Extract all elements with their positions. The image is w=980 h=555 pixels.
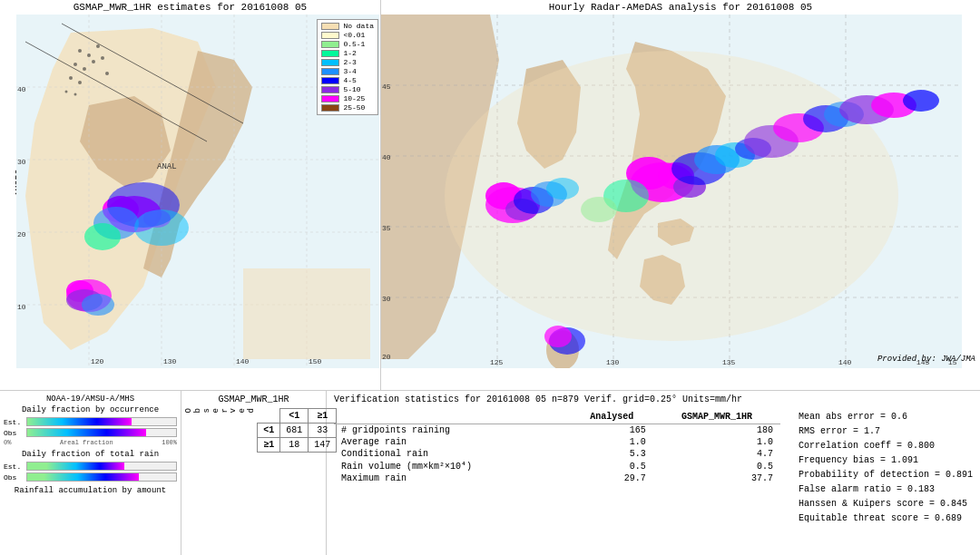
stat-gsmap: 4.7 bbox=[653, 448, 780, 460]
right-stat-item: Equitable threat score = 0.689 bbox=[799, 511, 973, 526]
stat-gsmap: 1.0 bbox=[653, 436, 780, 448]
svg-point-26 bbox=[74, 63, 77, 66]
svg-point-25 bbox=[96, 44, 100, 48]
svg-point-27 bbox=[83, 67, 86, 71]
right-stat-item: False alarm ratio = 0.183 bbox=[799, 482, 973, 497]
stats-table-wrapper: Analysed GSMAP_MWR_1HR # gridpoints rain… bbox=[334, 410, 780, 526]
legend-1-2: 1-2 bbox=[321, 49, 374, 57]
right-stat-item: Mean abs error = 0.6 bbox=[799, 410, 973, 424]
stat-analysed: 165 bbox=[571, 424, 653, 437]
obs-s: s bbox=[202, 408, 211, 413]
svg-text:40: 40 bbox=[17, 85, 26, 93]
svg-text:45: 45 bbox=[382, 83, 391, 91]
svg-point-31 bbox=[78, 81, 82, 84]
svg-point-18 bbox=[84, 223, 121, 250]
contingency-table: <1 ≥1 <1 681 33 ≥1 18 147 bbox=[257, 408, 337, 453]
svg-text:125: 125 bbox=[490, 358, 504, 366]
right-map-svg: 45 40 35 30 20 125 130 135 140 145 15 bbox=[381, 15, 962, 368]
val-ge1-lt1: 18 bbox=[280, 438, 309, 453]
svg-text:130: 130 bbox=[163, 357, 177, 365]
stats-row: Maximum rain 29.7 37.7 bbox=[334, 472, 780, 484]
obs-d: d bbox=[247, 408, 256, 413]
stats-row: Rain volume (mm×km²×10⁴) 0.5 0.5 bbox=[334, 460, 780, 472]
obs-bar-track-2 bbox=[26, 472, 177, 482]
contingency-table-wrapper: <1 ≥1 <1 681 33 ≥1 18 147 bbox=[257, 408, 337, 453]
legend-2-3: 2-3 bbox=[321, 58, 374, 66]
legend-3-4: 3-4 bbox=[321, 67, 374, 75]
est-bar-track-2 bbox=[26, 462, 177, 471]
stats-content: Analysed GSMAP_MWR_1HR # gridpoints rain… bbox=[334, 410, 973, 526]
axis-0: 0% bbox=[4, 439, 11, 446]
svg-text:20: 20 bbox=[382, 353, 391, 361]
contingency-area: O b s e r v e d <1 ≥1 bbox=[185, 408, 322, 453]
svg-text:10: 10 bbox=[17, 303, 26, 311]
stats-title: Verification statistics for 20161008 05 … bbox=[334, 394, 973, 404]
svg-text:30: 30 bbox=[382, 295, 391, 303]
obs-vertical-label: O b s e r v e d bbox=[185, 408, 257, 426]
bar-axis: 0% Areal fraction 100% bbox=[4, 439, 177, 446]
svg-point-24 bbox=[87, 54, 91, 57]
obs-label-bar: Obs bbox=[4, 429, 26, 437]
right-stat-item: Correlation coeff = 0.800 bbox=[799, 439, 973, 453]
right-stat-item: Probability of detection = 0.891 bbox=[799, 468, 973, 482]
svg-point-23 bbox=[78, 49, 82, 53]
legend-25-50: 25-50 bbox=[321, 103, 374, 112]
left-map-title: GSMAP_MWR_1HR estimates for 20161008 05 bbox=[0, 0, 380, 15]
svg-point-34 bbox=[74, 93, 77, 96]
svg-point-77 bbox=[903, 90, 939, 112]
svg-rect-46 bbox=[243, 268, 370, 359]
stats-table: Analysed GSMAP_MWR_1HR # gridpoints rain… bbox=[334, 410, 780, 484]
bar-title-3: Rainfall accumulation by amount bbox=[4, 486, 177, 495]
legend-4-5: 4-5 bbox=[321, 76, 374, 84]
provided-label: Provided by: JWA/JMA bbox=[877, 355, 975, 364]
svg-point-33 bbox=[65, 91, 68, 93]
est-bar-row: Est. bbox=[4, 416, 177, 427]
bar-section-1: Est. Obs 0% Areal fraction 100% bbox=[4, 416, 177, 446]
left-map-container: GSMAP_MWR_1HR estimates for 20161008 05 … bbox=[0, 0, 381, 390]
svg-text:30: 30 bbox=[17, 158, 26, 166]
svg-point-17 bbox=[134, 209, 189, 246]
right-stat-item: Frequency bias = 1.091 bbox=[799, 453, 973, 468]
svg-point-85 bbox=[544, 326, 572, 347]
stat-analysed: 1.0 bbox=[571, 436, 653, 448]
legend-5-10: 5-10 bbox=[321, 85, 374, 93]
svg-text:135: 135 bbox=[722, 358, 736, 366]
obs-e: e bbox=[211, 408, 220, 413]
obs-o: O bbox=[184, 408, 193, 413]
stats-row: # gridpoints raining 165 180 bbox=[334, 424, 780, 437]
axis-100: 100% bbox=[162, 439, 177, 446]
bar-title-2: Daily fraction of total rain bbox=[4, 450, 177, 459]
stats-row: Conditional rain 5.3 4.7 bbox=[334, 448, 780, 460]
stat-gsmap: 180 bbox=[653, 424, 780, 437]
axis-mid: Areal fraction bbox=[60, 439, 113, 446]
svg-text:20: 20 bbox=[17, 230, 26, 239]
obs-bar-track bbox=[26, 428, 177, 437]
svg-text:120: 120 bbox=[91, 357, 104, 365]
est-bar-fill bbox=[27, 418, 132, 425]
bottom-stats-section: Verification statistics for 20161008 05 … bbox=[327, 391, 980, 555]
obs-bar-fill bbox=[27, 429, 146, 436]
est-bar-fill-2 bbox=[27, 462, 124, 470]
stat-analysed: 5.3 bbox=[571, 448, 653, 460]
obs-v: v bbox=[229, 408, 238, 413]
stat-label: Maximum rain bbox=[334, 472, 571, 484]
right-map-container: Hourly Radar-AMeDAS analysis for 2016100… bbox=[381, 0, 980, 390]
obs-b: b bbox=[193, 408, 202, 413]
obs-bar-fill-2 bbox=[27, 473, 139, 481]
bar-title-1: Daily fraction by occurrence bbox=[4, 405, 177, 414]
svg-point-28 bbox=[92, 60, 95, 63]
obs-bar-row: Obs bbox=[4, 427, 177, 438]
obs-bar-row-2: Obs bbox=[4, 472, 177, 482]
right-col-stats: Mean abs error = 0.6RMS error = 1.7Corre… bbox=[799, 410, 973, 526]
bottom-left-section: NOAA-19/AMSU-A/MHS Daily fraction by occ… bbox=[0, 391, 181, 555]
svg-point-83 bbox=[546, 178, 579, 200]
stat-label: # gridpoints raining bbox=[334, 424, 571, 437]
legend-container: No data <0.01 0.5-1 1-2 bbox=[317, 19, 378, 115]
svg-text:ANAL: ANAL bbox=[157, 162, 177, 171]
est-bar-row-2: Est. bbox=[4, 461, 177, 472]
svg-text:40: 40 bbox=[382, 153, 391, 161]
stat-label: Average rain bbox=[334, 436, 571, 448]
right-stat-item: Hanssen & Kuipers score = 0.845 bbox=[799, 497, 973, 511]
legend-nodata: No data bbox=[321, 22, 374, 30]
svg-point-87 bbox=[581, 197, 617, 222]
